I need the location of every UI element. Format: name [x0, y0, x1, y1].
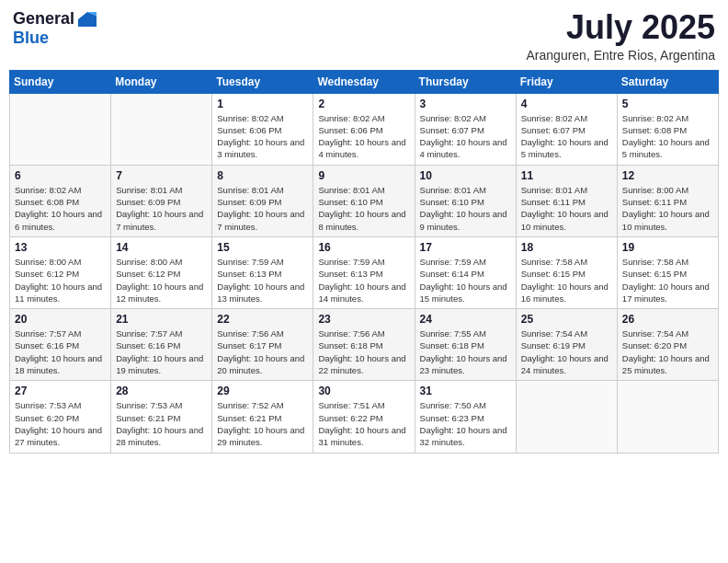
day-info: Sunrise: 8:02 AM Sunset: 6:07 PM Dayligh… [521, 112, 612, 161]
day-number: 16 [318, 241, 409, 254]
day-number: 17 [420, 241, 511, 254]
day-info: Sunrise: 8:00 AM Sunset: 6:12 PM Dayligh… [116, 256, 207, 304]
calendar-cell: 24Sunrise: 7:55 AM Sunset: 6:18 PM Dayli… [415, 309, 516, 381]
day-info: Sunrise: 7:51 AM Sunset: 6:22 PM Dayligh… [318, 399, 409, 448]
day-info: Sunrise: 7:50 AM Sunset: 6:23 PM Dayligh… [420, 399, 511, 448]
day-number: 25 [521, 313, 612, 326]
calendar-cell: 17Sunrise: 7:59 AM Sunset: 6:14 PM Dayli… [415, 236, 516, 308]
day-number: 5 [622, 98, 713, 110]
day-info: Sunrise: 8:00 AM Sunset: 6:12 PM Dayligh… [15, 256, 106, 304]
calendar-week-3: 13Sunrise: 8:00 AM Sunset: 6:12 PM Dayli… [10, 236, 719, 308]
day-number: 2 [318, 98, 409, 110]
calendar-cell: 2Sunrise: 8:02 AM Sunset: 6:06 PM Daylig… [313, 93, 415, 165]
logo-blue: Blue [13, 29, 49, 48]
calendar-cell: 10Sunrise: 8:01 AM Sunset: 6:10 PM Dayli… [415, 165, 516, 236]
weekday-header-thursday: Thursday [415, 70, 516, 93]
calendar-header-row: SundayMondayTuesdayWednesdayThursdayFrid… [10, 70, 719, 93]
calendar-cell: 21Sunrise: 7:57 AM Sunset: 6:16 PM Dayli… [111, 309, 212, 381]
day-number: 6 [15, 169, 106, 182]
calendar-table: SundayMondayTuesdayWednesdayThursdayFrid… [9, 70, 719, 454]
calendar-cell: 9Sunrise: 8:01 AM Sunset: 6:10 PM Daylig… [313, 165, 415, 236]
logo: General Blue [13, 9, 97, 48]
day-info: Sunrise: 8:02 AM Sunset: 6:07 PM Dayligh… [420, 112, 511, 161]
calendar-cell: 16Sunrise: 7:59 AM Sunset: 6:13 PM Dayli… [313, 236, 415, 308]
day-info: Sunrise: 7:56 AM Sunset: 6:18 PM Dayligh… [318, 327, 409, 376]
day-number: 21 [116, 313, 207, 326]
day-info: Sunrise: 7:58 AM Sunset: 6:15 PM Dayligh… [521, 256, 612, 304]
calendar-cell: 11Sunrise: 8:01 AM Sunset: 6:11 PM Dayli… [516, 165, 617, 236]
calendar-cell: 7Sunrise: 8:01 AM Sunset: 6:09 PM Daylig… [111, 165, 212, 236]
calendar-cell: 29Sunrise: 7:52 AM Sunset: 6:21 PM Dayli… [212, 381, 313, 453]
calendar-cell [111, 93, 212, 165]
day-info: Sunrise: 7:59 AM Sunset: 6:13 PM Dayligh… [318, 256, 409, 304]
calendar-cell: 4Sunrise: 8:02 AM Sunset: 6:07 PM Daylig… [516, 93, 617, 165]
day-info: Sunrise: 8:01 AM Sunset: 6:11 PM Dayligh… [521, 184, 612, 233]
calendar-cell: 13Sunrise: 8:00 AM Sunset: 6:12 PM Dayli… [10, 236, 111, 308]
calendar-cell: 19Sunrise: 7:58 AM Sunset: 6:15 PM Dayli… [617, 236, 718, 308]
day-number: 8 [217, 169, 308, 182]
day-number: 15 [217, 241, 308, 254]
day-number: 23 [318, 313, 409, 326]
day-number: 13 [15, 241, 106, 254]
day-info: Sunrise: 7:58 AM Sunset: 6:15 PM Dayligh… [622, 256, 713, 304]
weekday-header-monday: Monday [111, 70, 212, 93]
calendar-cell: 23Sunrise: 7:56 AM Sunset: 6:18 PM Dayli… [313, 309, 415, 381]
calendar-cell: 12Sunrise: 8:00 AM Sunset: 6:11 PM Dayli… [617, 165, 718, 236]
calendar-cell: 30Sunrise: 7:51 AM Sunset: 6:22 PM Dayli… [313, 381, 415, 453]
day-number: 28 [116, 385, 207, 397]
day-info: Sunrise: 8:02 AM Sunset: 6:08 PM Dayligh… [622, 112, 713, 161]
calendar-cell [516, 381, 617, 453]
calendar-cell: 31Sunrise: 7:50 AM Sunset: 6:23 PM Dayli… [415, 381, 516, 453]
calendar-cell: 18Sunrise: 7:58 AM Sunset: 6:15 PM Dayli… [516, 236, 617, 308]
day-info: Sunrise: 7:52 AM Sunset: 6:21 PM Dayligh… [217, 399, 308, 448]
day-info: Sunrise: 7:54 AM Sunset: 6:20 PM Dayligh… [622, 327, 713, 376]
day-number: 9 [318, 169, 409, 182]
calendar-cell: 5Sunrise: 8:02 AM Sunset: 6:08 PM Daylig… [617, 93, 718, 165]
day-number: 12 [622, 169, 713, 182]
calendar-week-5: 27Sunrise: 7:53 AM Sunset: 6:20 PM Dayli… [10, 381, 719, 453]
day-number: 29 [217, 385, 308, 397]
day-number: 3 [420, 98, 511, 110]
calendar-cell: 20Sunrise: 7:57 AM Sunset: 6:16 PM Dayli… [10, 309, 111, 381]
day-info: Sunrise: 8:00 AM Sunset: 6:11 PM Dayligh… [622, 184, 713, 233]
page-header: General Blue July 2025 Aranguren, Entre … [9, 9, 719, 63]
day-info: Sunrise: 8:01 AM Sunset: 6:10 PM Dayligh… [420, 184, 511, 233]
day-number: 19 [622, 241, 713, 254]
calendar-cell: 8Sunrise: 8:01 AM Sunset: 6:09 PM Daylig… [212, 165, 313, 236]
day-info: Sunrise: 7:53 AM Sunset: 6:20 PM Dayligh… [15, 399, 106, 448]
weekday-header-friday: Friday [516, 70, 617, 93]
day-info: Sunrise: 7:54 AM Sunset: 6:19 PM Dayligh… [521, 327, 612, 376]
weekday-header-sunday: Sunday [10, 70, 111, 93]
calendar-cell: 27Sunrise: 7:53 AM Sunset: 6:20 PM Dayli… [10, 381, 111, 453]
month-year-title: July 2025 [527, 9, 715, 46]
weekday-header-wednesday: Wednesday [313, 70, 415, 93]
calendar-week-4: 20Sunrise: 7:57 AM Sunset: 6:16 PM Dayli… [10, 309, 719, 381]
day-number: 26 [622, 313, 713, 326]
calendar-cell: 6Sunrise: 8:02 AM Sunset: 6:08 PM Daylig… [10, 165, 111, 236]
day-number: 10 [420, 169, 511, 182]
day-number: 7 [116, 169, 207, 182]
day-number: 22 [217, 313, 308, 326]
day-number: 11 [521, 169, 612, 182]
calendar-cell: 15Sunrise: 7:59 AM Sunset: 6:13 PM Dayli… [212, 236, 313, 308]
calendar-week-1: 1Sunrise: 8:02 AM Sunset: 6:06 PM Daylig… [10, 93, 719, 165]
day-info: Sunrise: 7:59 AM Sunset: 6:13 PM Dayligh… [217, 256, 308, 304]
logo-general: General [13, 9, 74, 29]
day-info: Sunrise: 7:55 AM Sunset: 6:18 PM Dayligh… [420, 327, 511, 376]
day-info: Sunrise: 8:02 AM Sunset: 6:08 PM Dayligh… [15, 184, 106, 233]
day-number: 31 [420, 385, 511, 397]
logo-icon [78, 12, 97, 27]
day-number: 27 [15, 385, 106, 397]
day-info: Sunrise: 7:56 AM Sunset: 6:17 PM Dayligh… [217, 327, 308, 376]
calendar-cell [10, 93, 111, 165]
day-info: Sunrise: 8:01 AM Sunset: 6:09 PM Dayligh… [217, 184, 308, 233]
day-info: Sunrise: 8:02 AM Sunset: 6:06 PM Dayligh… [217, 112, 308, 161]
day-number: 14 [116, 241, 207, 254]
location-subtitle: Aranguren, Entre Rios, Argentina [527, 48, 715, 63]
calendar-cell [617, 381, 718, 453]
calendar-cell: 22Sunrise: 7:56 AM Sunset: 6:17 PM Dayli… [212, 309, 313, 381]
calendar-week-2: 6Sunrise: 8:02 AM Sunset: 6:08 PM Daylig… [10, 165, 719, 236]
day-info: Sunrise: 8:01 AM Sunset: 6:09 PM Dayligh… [116, 184, 207, 233]
day-info: Sunrise: 8:01 AM Sunset: 6:10 PM Dayligh… [318, 184, 409, 233]
calendar-cell: 26Sunrise: 7:54 AM Sunset: 6:20 PM Dayli… [617, 309, 718, 381]
